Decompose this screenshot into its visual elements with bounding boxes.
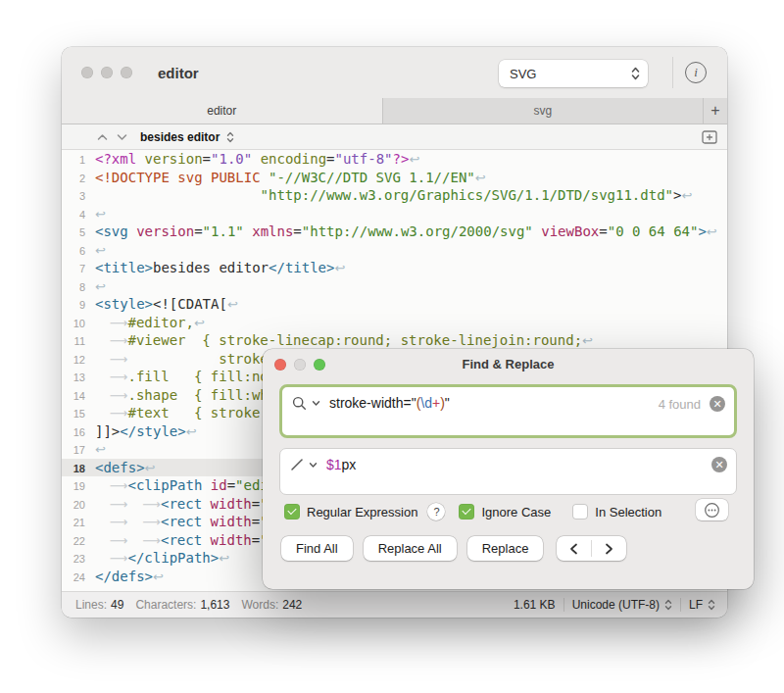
open-split-view-button[interactable] [702, 130, 717, 144]
chevron-down-icon[interactable] [312, 400, 320, 407]
option-label: Ignore Case [481, 505, 551, 520]
find-replace-dialog: Find & Replace stroke-width="(\d+)" 4 fo… [263, 349, 754, 589]
lines-count: Lines:49 [75, 598, 123, 612]
stepper-icon [664, 599, 672, 611]
toolbar-divider [672, 57, 673, 88]
window-title: editor [158, 65, 199, 81]
option-label: In Selection [595, 505, 662, 520]
minimize-button[interactable] [294, 359, 306, 371]
line-number: 15 [62, 405, 85, 423]
regex-help-button[interactable]: ? [427, 503, 445, 520]
tab-editor[interactable]: editor [62, 98, 382, 124]
minimize-button[interactable] [101, 67, 113, 78]
line-number: 17 [62, 441, 85, 460]
code-line: 2<!DOCTYPE svg PUBLIC "-//W3C//DTD SVG 1… [62, 169, 727, 187]
option-in-selection[interactable]: In Selection [572, 504, 662, 520]
title-bar: editor SVG i [62, 47, 727, 98]
line-number: 3 [62, 187, 85, 206]
statusbar-divider [680, 598, 681, 612]
option-regular-expression[interactable]: Regular Expression [284, 504, 417, 520]
info-button[interactable]: i [685, 62, 707, 83]
tab-bar: editor svg + [62, 98, 727, 124]
next-section-button[interactable] [117, 133, 127, 141]
find-navigation [557, 536, 626, 561]
code-line: 7<title>besides editor</title>↩ [62, 259, 727, 277]
code-line: 10⟶#editor,↩ [62, 314, 727, 332]
encoding-select[interactable]: Unicode (UTF-8) [572, 598, 672, 612]
option-label: Regular Expression [307, 505, 417, 520]
advanced-options-button[interactable] [696, 499, 728, 520]
statusbar-divider [564, 598, 564, 612]
file-size: 1.61 KB [514, 598, 556, 612]
close-button[interactable] [81, 67, 93, 78]
zoom-button[interactable] [314, 359, 325, 371]
line-number: 21 [62, 514, 85, 532]
line-number: 24 [62, 569, 85, 587]
line-number: 4 [62, 206, 85, 224]
line-number: 1 [62, 151, 85, 170]
replace-button[interactable]: Replace [467, 536, 544, 561]
line-number: 20 [62, 496, 85, 515]
dialog-title: Find & Replace [263, 349, 754, 371]
chevron-right-icon [605, 543, 613, 555]
find-previous-button[interactable] [557, 536, 591, 561]
add-tab-button[interactable]: + [704, 98, 727, 124]
code-line: 6↩ [62, 241, 727, 260]
close-icon: ✕ [712, 399, 721, 410]
search-input-text: stroke-width="(\d+)" [329, 395, 450, 411]
find-next-button[interactable] [592, 536, 626, 561]
replace-field[interactable]: $1px ✕ [279, 448, 737, 495]
line-number: 18 [62, 460, 85, 478]
zoom-button[interactable] [121, 67, 132, 78]
replace-all-button[interactable]: Replace All [364, 536, 457, 561]
chevron-down-icon[interactable] [309, 462, 318, 469]
dialog-title-bar: Find & Replace [263, 349, 754, 378]
outline-stepper-icon[interactable] [226, 131, 234, 143]
prev-section-button[interactable] [97, 133, 108, 141]
line-number: 16 [62, 423, 85, 442]
status-bar: Lines:49 Characters:1,613 Words:242 1.61… [62, 591, 727, 618]
replace-input-text: $1px [326, 457, 356, 472]
tab-label: editor [207, 104, 236, 118]
clear-replace-button[interactable]: ✕ [711, 457, 727, 472]
line-number: 11 [62, 332, 85, 351]
code-line: 5<svg version="1.1" xmlns="http://www.w3… [62, 223, 727, 241]
line-number: 13 [62, 369, 85, 387]
checkbox-unchecked-icon[interactable] [572, 504, 588, 520]
line-number: 8 [62, 278, 85, 297]
tab-svg[interactable]: svg [382, 98, 705, 124]
search-icon [292, 396, 307, 411]
more-options-icon [704, 502, 720, 519]
line-number: 23 [62, 550, 85, 569]
line-number: 10 [62, 315, 85, 333]
code-line: 8↩ [62, 277, 727, 296]
line-number: 2 [62, 170, 85, 188]
outline-menu-label[interactable]: besides editor [140, 130, 220, 144]
checkbox-checked-icon[interactable] [284, 504, 300, 520]
stepper-icon [708, 599, 715, 611]
checkbox-checked-icon[interactable] [459, 504, 474, 520]
syntax-popup-button[interactable]: SVG [499, 60, 648, 87]
code-line: 11⟶#viewer { stroke-linecap:round; strok… [62, 331, 727, 350]
line-number: 7 [62, 260, 85, 278]
line-number: 9 [62, 296, 85, 315]
line-number: 22 [62, 532, 85, 551]
find-all-button[interactable]: Find All [281, 536, 353, 561]
pencil-icon [290, 458, 304, 471]
line-number: 6 [62, 242, 85, 261]
result-count: 4 found [659, 397, 701, 412]
line-ending-value: LF [689, 598, 703, 612]
line-number: 5 [62, 223, 85, 242]
close-button[interactable] [274, 359, 286, 371]
line-number: 19 [62, 477, 85, 496]
code-line: 9<style><![CDATA[↩ [62, 295, 727, 314]
line-ending-select[interactable]: LF [689, 598, 715, 612]
encoding-value: Unicode (UTF-8) [572, 598, 660, 612]
search-field[interactable]: stroke-width="(\d+)" 4 found ✕ [279, 384, 737, 438]
find-options: Regular Expression?Ignore CaseIn Selecti… [284, 503, 662, 520]
syntax-popup-value: SVG [510, 67, 536, 81]
dialog-traffic-lights [274, 359, 325, 371]
option-ignore-case[interactable]: Ignore Case [459, 504, 551, 520]
info-icon: i [694, 65, 698, 80]
clear-search-button[interactable]: ✕ [710, 396, 725, 412]
